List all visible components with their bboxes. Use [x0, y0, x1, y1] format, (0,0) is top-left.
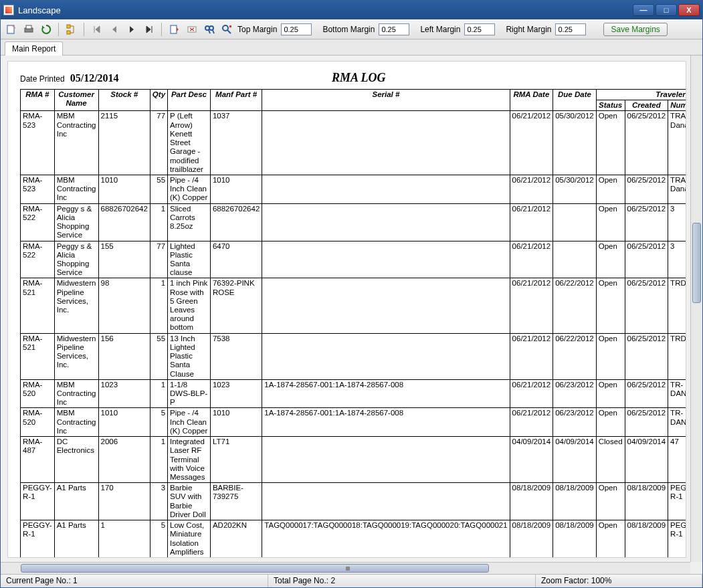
cell-cust: MBM Contracting Inc [54, 379, 98, 408]
print-icon[interactable] [22, 23, 35, 36]
cell-serial [262, 241, 510, 278]
col-part-desc: Part Desc [168, 90, 211, 111]
tab-main-report[interactable]: Main Report [5, 41, 63, 56]
cell-stock: 2006 [98, 437, 150, 483]
cell-cust: Peggy s & Alicia Shopping Service [54, 241, 98, 278]
cell-created: 06/25/2012 [625, 241, 668, 278]
cell-stock: 98 [98, 278, 150, 333]
cell-status: Open [596, 111, 625, 175]
separator [58, 23, 60, 36]
cell-number: 3 [668, 241, 686, 278]
close-view-icon[interactable] [185, 23, 199, 36]
find-icon[interactable] [203, 23, 216, 36]
vertical-scrollbar[interactable] [690, 56, 702, 562]
first-page-icon[interactable] [90, 23, 104, 36]
cell-qty: 3 [150, 483, 167, 520]
cell-number: TR-DANA [668, 408, 686, 437]
cell-created: 06/25/2012 [625, 379, 668, 408]
cell-created: 06/25/2012 [625, 111, 668, 175]
cell-desc: P (Left Arrow) Kenett Street Garage - mo… [168, 111, 211, 175]
cell-desc: Pipe - /4 Inch Clean (K) Copper [168, 408, 211, 437]
table-row: RMA-520MBM Contracting Inc10105Pipe - /4… [21, 408, 687, 437]
right-margin-input[interactable] [555, 23, 586, 35]
cell-created: 06/25/2012 [625, 175, 668, 203]
next-page-icon[interactable] [125, 23, 138, 36]
cell-rma: RMA-522 [21, 203, 55, 241]
cell-cust: Midwestern Pipeline Services, Inc. [54, 333, 98, 379]
col-number: Number [668, 100, 686, 111]
cell-status: Open [596, 408, 625, 437]
cell-manf: AD202KN [210, 520, 262, 558]
cell-manf: 1010 [210, 408, 262, 437]
cell-created: 08/18/2009 [625, 483, 668, 520]
col-qty: Qty [150, 90, 167, 111]
cell-ddate: 06/23/2012 [553, 408, 597, 437]
scroll-thumb[interactable] [21, 564, 489, 573]
col-created: Created [625, 100, 668, 111]
col-rma: RMA # [21, 90, 55, 111]
cell-desc: Low Cost, Miniature Isolation Amplifiers… [168, 520, 211, 558]
cell-ddate: 04/09/2014 [553, 437, 597, 483]
bottom-margin-input[interactable] [379, 23, 409, 35]
table-row: RMA-520MBM Contracting Inc102311-1/8 DWS… [21, 379, 687, 408]
cell-number: TRDana [668, 278, 686, 333]
cell-status: Open [596, 203, 625, 241]
group-tree-icon[interactable] [65, 23, 78, 36]
cell-status: Open [596, 278, 625, 333]
cell-rma: RMA-520 [21, 379, 55, 408]
cell-stock: 1023 [98, 379, 150, 408]
prev-page-icon[interactable] [108, 23, 121, 36]
svg-rect-10 [229, 25, 231, 27]
cell-number: PEGGY-R-1 [668, 483, 686, 520]
cell-rdate: 06/21/2012 [510, 333, 553, 379]
left-margin-input[interactable] [464, 23, 495, 35]
close-button[interactable]: X [678, 4, 700, 16]
cell-stock: 1010 [98, 408, 150, 437]
cell-status: Open [596, 483, 625, 520]
col-manf-part: Manf Part # [210, 90, 262, 111]
toolbar: Top Margin Bottom Margin Left Margin Rig… [1, 19, 702, 39]
scroll-marker [346, 567, 350, 571]
cell-cust: MBM Contracting Inc [54, 175, 98, 203]
cell-cust: MBM Contracting Inc [54, 111, 98, 175]
svg-point-9 [223, 25, 228, 31]
cell-stock: 155 [98, 241, 150, 278]
cell-serial: TAGQ000017:TAGQ000018:TAGQ000019:TAGQ000… [262, 520, 510, 558]
report-grid: RMA # Customer Name Stock # Qty Part Des… [20, 89, 679, 558]
cell-cust: Midwestern Pipeline Services, Inc. [54, 278, 98, 333]
goto-page-icon[interactable] [168, 23, 181, 36]
cell-manf: 6470 [210, 241, 262, 278]
report-viewer: Date Printed 05/12/2014 RMA LOG RMA # Cu… [1, 56, 702, 574]
separator [84, 23, 85, 36]
top-margin-input[interactable] [281, 23, 312, 35]
cell-rdate: 06/21/2012 [510, 175, 553, 203]
report-title: RMA LOG [39, 71, 679, 85]
cell-cust: Peggy s & Alicia Shopping Service [54, 203, 98, 241]
cell-qty: 55 [150, 333, 167, 379]
cell-desc: Lighted Plastic Santa clause [168, 241, 211, 278]
minimize-button[interactable]: — [633, 4, 654, 16]
status-current-page: Current Page No.: 1 [1, 575, 268, 587]
cell-serial [262, 111, 510, 175]
col-stock: Stock # [98, 90, 150, 111]
cell-stock: 170 [98, 483, 150, 520]
separator [161, 23, 163, 36]
cell-serial [262, 175, 510, 203]
save-margins-button[interactable]: Save Margins [603, 23, 667, 36]
refresh-icon[interactable] [39, 23, 53, 36]
table-row: PEGGY-R-1A1 Parts15Low Cost, Miniature I… [21, 520, 687, 558]
cell-cust: A1 Parts [54, 520, 98, 558]
cell-status: Open [596, 520, 625, 558]
export-icon[interactable] [5, 23, 18, 36]
scroll-thumb[interactable] [692, 223, 701, 303]
zoom-icon[interactable] [220, 23, 233, 36]
last-page-icon[interactable] [142, 23, 156, 36]
cell-stock: 1 [98, 520, 150, 558]
app-icon [3, 5, 14, 15]
cell-ddate: 06/23/2012 [553, 379, 597, 408]
horizontal-scrollbar[interactable] [1, 562, 690, 574]
cell-status: Open [596, 175, 625, 203]
cell-desc: Pipe - /4 Inch Clean (K) Copper [168, 175, 211, 203]
maximize-button[interactable]: □ [656, 4, 677, 16]
cell-created: 06/25/2012 [625, 203, 668, 241]
